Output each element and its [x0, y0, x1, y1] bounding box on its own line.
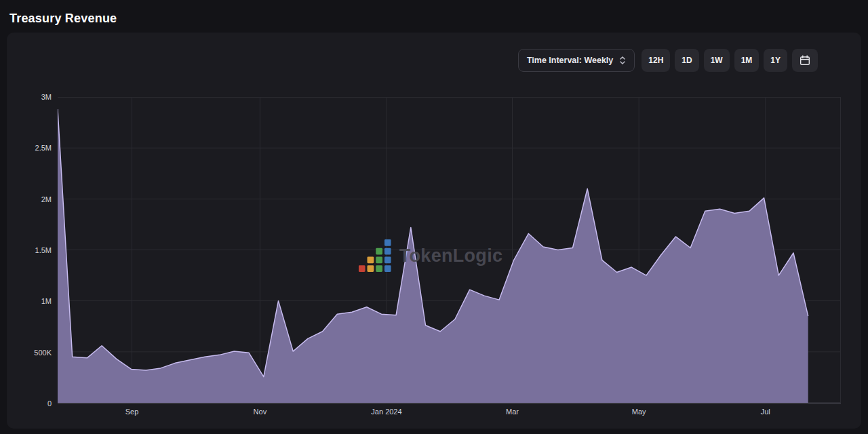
range-button-1w[interactable]: 1W: [704, 49, 730, 72]
page-title: Treasury Revenue: [9, 12, 117, 26]
revenue-area-chart: [58, 97, 841, 403]
range-button-1m[interactable]: 1M: [734, 49, 760, 72]
x-tick-jul: Jul: [738, 407, 793, 416]
treasury-revenue-card: Time Interval: Weekly 12H1D1W1M1Y 0500K1…: [7, 33, 861, 429]
y-tick-1m: 1M: [7, 296, 52, 306]
chart-plot[interactable]: TokenLogic: [58, 97, 841, 403]
x-tick-mar: Mar: [486, 407, 540, 416]
y-tick-2-5m: 2.5M: [7, 143, 52, 153]
range-button-12h[interactable]: 12H: [642, 49, 670, 72]
calendar-icon: [800, 55, 810, 66]
time-interval-dropdown[interactable]: Time Interval: Weekly: [518, 49, 635, 72]
x-tick-nov: Nov: [233, 407, 287, 416]
y-tick-3m: 3M: [7, 92, 52, 102]
revenue-area-series: [58, 109, 808, 403]
chevron-updown-icon: [619, 56, 626, 65]
page-header: Treasury Revenue: [0, 0, 868, 33]
range-button-1d[interactable]: 1D: [675, 49, 698, 72]
calendar-button[interactable]: [792, 49, 818, 72]
chart-controls: Time Interval: Weekly 12H1D1W1M1Y: [518, 49, 818, 72]
range-button-1y[interactable]: 1Y: [764, 49, 787, 72]
y-tick-1-5m: 1.5M: [7, 245, 52, 255]
x-tick-sep: Sep: [105, 407, 159, 416]
x-tick-jan-2024: Jan 2024: [359, 407, 414, 416]
y-tick-500k: 500K: [7, 348, 52, 357]
time-interval-label: Time Interval: Weekly: [527, 56, 613, 65]
y-tick-2m: 2M: [7, 195, 52, 204]
range-button-group: 12H1D1W1M1Y: [642, 49, 787, 72]
x-tick-may: May: [612, 407, 666, 416]
y-tick-0: 0: [7, 399, 52, 408]
